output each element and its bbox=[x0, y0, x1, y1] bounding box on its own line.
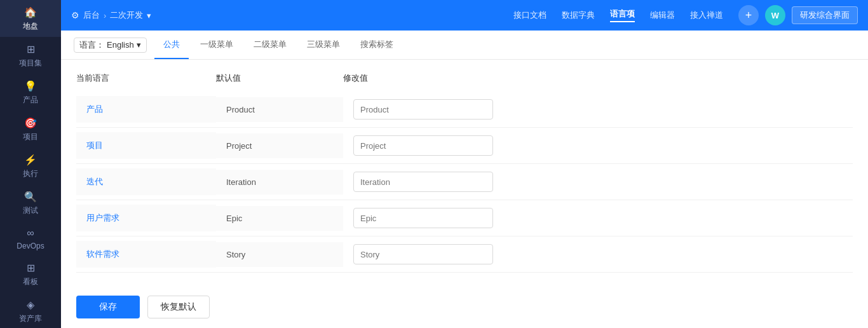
topbar-actions: + W 研发综合界面 bbox=[738, 5, 858, 25]
breadcrumb: ⚙ 后台 › 二次开发 ▾ bbox=[71, 10, 151, 21]
action-bar: 保存 恢复默认 bbox=[61, 285, 868, 328]
reset-button[interactable]: 恢复默认 bbox=[147, 296, 210, 318]
tab-level1[interactable]: 一级菜单 bbox=[191, 31, 242, 59]
sidebar-item-label: 产品 bbox=[23, 95, 38, 106]
sidebar-item-projects-set[interactable]: ⊞ 项目集 bbox=[0, 37, 61, 74]
sidebar-item-kanban[interactable]: ⊞ 看板 bbox=[0, 256, 61, 292]
sidebar-item-execution[interactable]: ⚡ 执行 bbox=[0, 147, 61, 184]
sidebar-item-label: DevOps bbox=[17, 242, 44, 250]
row-default-epic: Epic bbox=[216, 206, 343, 231]
row-label-epic: 用户需求 bbox=[76, 205, 216, 231]
row-input-story bbox=[343, 236, 853, 272]
breadcrumb-step1[interactable]: 后台 bbox=[83, 10, 100, 21]
table-row: 用户需求 Epic bbox=[76, 200, 853, 236]
row-default-iteration: Iteration bbox=[216, 170, 343, 195]
tab-public[interactable]: 公共 bbox=[154, 31, 189, 59]
table-row: 项目 Project bbox=[76, 128, 853, 164]
main-area: ⚙ 后台 › 二次开发 ▾ 接口文档 数据字典 语言项 编辑器 接入禅道 + W… bbox=[61, 0, 868, 328]
col-header-current-lang: 当前语言 bbox=[76, 72, 216, 84]
table-header: 当前语言 默认值 修改值 bbox=[76, 72, 853, 92]
sidebar-item-assets[interactable]: ◈ 资产库 bbox=[0, 292, 61, 328]
input-iteration[interactable] bbox=[353, 172, 493, 192]
table-body: 产品 Product 项目 Project 迭代 Iteration bbox=[76, 92, 853, 273]
nav-editor[interactable]: 编辑器 bbox=[650, 10, 675, 21]
assets-icon: ◈ bbox=[27, 299, 34, 311]
tab-level3[interactable]: 三级菜单 bbox=[298, 31, 349, 59]
dashboard-icon: 🏠 bbox=[24, 6, 37, 18]
sidebar-item-label: 资产库 bbox=[19, 313, 42, 324]
sidebar-item-label: 执行 bbox=[23, 168, 38, 179]
tab-bar: 语言： English ▾ 公共 一级菜单 二级菜单 三级菜单 搜索标签 bbox=[61, 31, 868, 60]
product-icon: 💡 bbox=[24, 80, 37, 92]
lang-label: 语言： bbox=[79, 39, 104, 51]
topbar: ⚙ 后台 › 二次开发 ▾ 接口文档 数据字典 语言项 编辑器 接入禅道 + W… bbox=[61, 0, 868, 31]
sidebar-item-product[interactable]: 💡 产品 bbox=[0, 74, 61, 111]
sidebar-item-project[interactable]: 🎯 项目 bbox=[0, 111, 61, 147]
save-button[interactable]: 保存 bbox=[76, 296, 140, 318]
input-project[interactable] bbox=[353, 135, 493, 156]
breadcrumb-separator: › bbox=[104, 11, 106, 20]
sidebar-item-label: 项目集 bbox=[19, 58, 42, 69]
row-input-epic bbox=[343, 200, 853, 236]
table-row: 迭代 Iteration bbox=[76, 164, 853, 200]
row-default-product: Product bbox=[216, 97, 343, 122]
nav-lang[interactable]: 语言项 bbox=[610, 8, 635, 22]
chevron-down-icon: ▾ bbox=[137, 40, 141, 50]
row-input-product bbox=[343, 92, 853, 127]
avatar: W bbox=[765, 5, 785, 25]
sidebar-item-label: 看板 bbox=[23, 277, 38, 287]
sidebar-item-label: 项目 bbox=[23, 132, 38, 142]
input-epic[interactable] bbox=[353, 208, 493, 228]
sidebar-item-label: 地盘 bbox=[23, 21, 38, 32]
table-row: 产品 Product bbox=[76, 92, 853, 128]
row-label-story: 软件需求 bbox=[76, 241, 216, 268]
lang-value: English bbox=[107, 40, 134, 50]
table-row: 软件需求 Story bbox=[76, 236, 853, 273]
col-header-modified: 修改值 bbox=[343, 72, 853, 84]
col-header-default: 默认值 bbox=[216, 72, 343, 84]
test-icon: 🔍 bbox=[24, 191, 37, 203]
kanban-icon: ⊞ bbox=[27, 262, 35, 274]
tab-level2[interactable]: 二级菜单 bbox=[245, 31, 295, 59]
row-default-story: Story bbox=[216, 242, 343, 267]
row-label-product: 产品 bbox=[76, 96, 216, 123]
dropdown-icon[interactable]: ▾ bbox=[147, 11, 151, 20]
nav-data-dict[interactable]: 数据字典 bbox=[562, 10, 595, 21]
content-area: 语言： English ▾ 公共 一级菜单 二级菜单 三级菜单 搜索标签 当前语… bbox=[61, 31, 868, 328]
sidebar-item-devops[interactable]: ∞ DevOps bbox=[0, 221, 61, 256]
sidebar-item-label: 测试 bbox=[23, 205, 38, 216]
row-label-project: 项目 bbox=[76, 132, 216, 159]
sidebar: 🏠 地盘 ⊞ 项目集 💡 产品 🎯 项目 ⚡ 执行 🔍 测试 ∞ DevOps … bbox=[0, 0, 61, 328]
input-story[interactable] bbox=[353, 244, 493, 264]
dev-interface-button[interactable]: 研发综合界面 bbox=[792, 6, 858, 24]
translation-table: 当前语言 默认值 修改值 产品 Product 项目 Project bbox=[61, 60, 868, 285]
execution-icon: ⚡ bbox=[24, 154, 37, 166]
row-input-iteration bbox=[343, 164, 853, 200]
sidebar-item-test[interactable]: 🔍 测试 bbox=[0, 184, 61, 221]
nav-channel[interactable]: 接入禅道 bbox=[690, 10, 723, 21]
project-icon: 🎯 bbox=[24, 117, 37, 129]
sidebar-item-dashboard[interactable]: 🏠 地盘 bbox=[0, 0, 61, 37]
topbar-nav: 接口文档 数据字典 语言项 编辑器 接入禅道 bbox=[513, 8, 723, 22]
row-default-project: Project bbox=[216, 133, 343, 158]
devops-icon: ∞ bbox=[27, 228, 34, 239]
gear-icon: ⚙ bbox=[71, 10, 79, 20]
projects-set-icon: ⊞ bbox=[27, 43, 35, 55]
tab-search-tag[interactable]: 搜索标签 bbox=[351, 31, 402, 59]
breadcrumb-step2[interactable]: 二次开发 bbox=[110, 10, 143, 21]
add-button[interactable]: + bbox=[738, 5, 759, 25]
row-label-iteration: 迭代 bbox=[76, 168, 216, 195]
row-input-project bbox=[343, 128, 853, 163]
input-product[interactable] bbox=[353, 99, 493, 120]
language-selector[interactable]: 语言： English ▾ bbox=[74, 38, 147, 53]
nav-api-doc[interactable]: 接口文档 bbox=[513, 10, 546, 21]
